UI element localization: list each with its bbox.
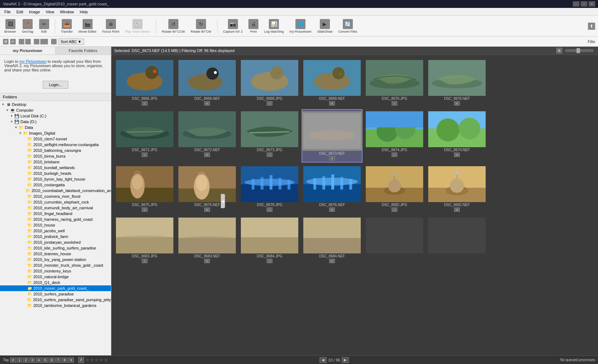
print-button[interactable]: 🖨 Print — [247, 18, 260, 34]
movie-editor-button[interactable]: 🎬 Movie Editor — [77, 18, 98, 34]
folder-item-leannes[interactable]: ▶ 📁 2010_leannes_house — [0, 251, 111, 257]
folder-item-bundall[interactable]: ▶ 📁 2010_bundall_wetlands — [0, 165, 111, 171]
thumbnail-item[interactable]: DSC_8668.NEF N — [302, 58, 363, 108]
nav-next-button[interactable]: ▶ — [342, 357, 349, 363]
folder-item-natural-bridge[interactable]: ▶ 📁 2010_natural-bridge — [0, 274, 111, 280]
thumbnail-item[interactable]: DSC_8676.NEF N — [302, 164, 363, 214]
tag-box-6[interactable]: 6 — [49, 358, 55, 363]
folder-item-house[interactable]: ▶ 📁 2010_house — [0, 222, 111, 228]
tab-favorite-folders[interactable]: Favorite Folders — [56, 47, 111, 55]
folder-item-computer[interactable]: ▼ 💻 Computer — [0, 107, 111, 113]
thumbnail-item[interactable]: DSC_8674.NEF N — [426, 109, 487, 163]
tag-box-3[interactable]: 3 — [29, 358, 35, 363]
star-1[interactable]: ☆ — [85, 358, 89, 363]
star-rating[interactable]: ☆ ☆ ☆ ☆ ☆ — [85, 358, 108, 363]
menu-window[interactable]: Window — [57, 9, 77, 15]
thumbnail-item[interactable]: DSC_8683.NEF N — [177, 215, 238, 265]
thumbnail-item[interactable]: DSC_8666.NEF N — [177, 58, 238, 108]
folder-item-rosser-park[interactable]: ▶ 📁 2010_rosser_park_gold_coast_ — [0, 285, 111, 291]
capture-nx2-button[interactable]: 📷 Capture NX 2 — [222, 18, 244, 34]
thumbnail-item[interactable]: DSC_8684.NEF N — [302, 215, 363, 265]
my-picturetown-button[interactable]: 🌐 my Picturetown — [288, 18, 313, 34]
thumbnail-item[interactable]: DSC_8666.JPG J — [114, 58, 175, 108]
slideshow-button[interactable]: ▶ SlideShow — [316, 18, 334, 34]
star-2[interactable]: ☆ — [90, 358, 94, 363]
folder-item-coomera[interactable]: ▶ 📁 2010_coomera_river_flood — [0, 193, 111, 199]
folder-item-coolangatta[interactable]: ▶ 📁 2010_coolangatta — [0, 182, 111, 188]
folder-item-jindivick[interactable]: ▶ 📁 2010_jindivick_farm — [0, 234, 111, 239]
folder-item-jondaryan[interactable]: ▶ 📁 2010_jondaryan_woolshed — [0, 239, 111, 245]
menu-help[interactable]: Help — [77, 9, 91, 15]
maximize-button[interactable]: □ — [581, 1, 587, 6]
browser-button[interactable]: 🖼 Browser — [3, 18, 18, 34]
tag-box-5[interactable]: 5 — [42, 358, 48, 363]
thumbnail-item[interactable]: DSC_8672.JPG J — [114, 109, 175, 163]
thumbnail-item[interactable]: DSC_8674.JPG J — [364, 109, 425, 163]
folder-item-jacobs-well[interactable]: ▶ 📁 2010_jacobs_well — [0, 228, 111, 234]
tag-box-4[interactable]: 4 — [36, 358, 42, 363]
folder-item-harness[interactable]: ▶ 📁 2010_harness_racing_gold_coast — [0, 216, 111, 222]
picturetown-link[interactable]: my Picturetown — [19, 59, 46, 64]
folder-item-coombabah[interactable]: ▶ 📁 2010_coombabah_lakeland_conservation… — [0, 188, 111, 193]
thumbnail-item[interactable]: DSC_8670.JPG J — [364, 58, 425, 108]
thumbnail-item[interactable]: DSC_8672.NEF N — [177, 109, 238, 163]
folder-item-ballooning[interactable]: ▶ 📁 2010_ballooning_canungra — [0, 148, 111, 153]
folder-item-monterey[interactable]: ▶ 📁 2010_monterey_keys — [0, 268, 111, 274]
thumbnail-item-selected[interactable]: DSC_8673.NEF N — [302, 109, 363, 163]
tag-box-9[interactable]: 9 — [68, 358, 74, 363]
folder-item-byron-bay[interactable]: ▶ 📁 2010_byron_bay_light_house — [0, 176, 111, 182]
folder-item-surfers-paradise[interactable]: ▶ 📁 2010_surfers_paradise — [0, 291, 111, 297]
thumbnail-item[interactable]: DSC_8673.JPG J — [239, 109, 300, 163]
folder-options-button[interactable] — [40, 39, 48, 45]
thumbnail-item[interactable]: DSC_8682.JPG J — [364, 164, 425, 214]
star-3[interactable]: ☆ — [95, 358, 99, 363]
rotate-ccw-button[interactable]: ↺ Rotate 90°CCW — [160, 18, 186, 34]
list-view-button[interactable]: ≡ — [10, 39, 16, 45]
filter-toggle[interactable]: ✗ — [78, 357, 84, 363]
folder-up-button[interactable] — [34, 39, 39, 45]
tab-my-picturetown[interactable]: my Picturetown — [0, 47, 56, 55]
folder-item-data[interactable]: ▼ 📁 Data — [0, 125, 111, 130]
log-matching-button[interactable]: 📊 Log Matching — [263, 18, 285, 34]
nav-prev-button[interactable]: ◀ — [319, 357, 327, 363]
folder-item-drive-c[interactable]: ▼ 💾 Local Disk (C:) — [0, 113, 111, 119]
folder-item-kite-surfing[interactable]: ▶ 📁 2010_kite_surfing_surfers_paradise — [0, 245, 111, 251]
thumbnail-item[interactable]: DSC_8675.NEF N — [177, 164, 238, 214]
menu-file[interactable]: File — [1, 9, 14, 15]
geotag-button[interactable]: 📍 GeoTag — [20, 18, 35, 34]
nav-back-button[interactable] — [19, 39, 24, 45]
folder-item-brisbane[interactable]: ▶ 📁 2010_brisbane — [0, 159, 111, 165]
star-4[interactable]: ☆ — [99, 358, 103, 363]
zoom-thumb[interactable] — [576, 48, 580, 53]
folder-item-monster-truck[interactable]: ▶ 📁 2010_monster_truck_show_gold _coast — [0, 262, 111, 268]
folder-item-loy-yang[interactable]: ▶ 📁 2010_loy_yang_power-station — [0, 257, 111, 262]
minimize-button[interactable]: ─ — [573, 1, 579, 6]
tag-box-0[interactable]: 0 — [10, 358, 16, 363]
login-button[interactable]: Login... — [43, 81, 68, 89]
focus-point-button[interactable]: ⊕ Focus Point — [101, 18, 121, 34]
folder-item-airflight[interactable]: ▶ 📁 2010_airflight-melbourne-coolangatta — [0, 142, 111, 148]
transfer-button[interactable]: 📤 Transfer — [60, 18, 74, 34]
thumbnail-item[interactable]: DSC_8675.JPG J — [114, 164, 175, 214]
folder-item-binna-burra[interactable]: ▶ 📁 2010_binna_burra — [0, 153, 111, 159]
upload-button[interactable]: ⬆ — [588, 23, 595, 30]
edit-button[interactable]: ✏ Edit — [38, 18, 51, 34]
menu-edit[interactable]: Edit — [14, 9, 26, 15]
panel-collapse-button[interactable]: ◀ — [221, 194, 225, 208]
sort-button[interactable]: Sort ABC ▼ — [58, 38, 84, 45]
nav-forward-button[interactable] — [25, 39, 31, 45]
zoom-slider[interactable] — [565, 49, 594, 52]
folder-item-tamborine[interactable]: ▶ 📁 2010_tamborine_botanical_gardens — [0, 303, 111, 308]
thumbnail-item[interactable]: DSC_8670.NEF N — [426, 58, 487, 108]
folder-item-warwick[interactable]: ▶ 📁 2010_warwick_allora_sunflowers — [0, 308, 111, 309]
tag-box-2[interactable]: 2 — [23, 358, 29, 363]
folder-item-desktop[interactable]: ▼ 🖥 Desktop — [0, 102, 111, 107]
copy-button[interactable] — [51, 39, 57, 45]
folder-item-eumundi[interactable]: ▶ 📁 2010_eumundi_body_art_carnival — [0, 205, 111, 211]
folder-item-q1-deck[interactable]: ▶ 📁 2010_Q1_deck — [0, 280, 111, 285]
thumbnail-item[interactable]: DSC_8682.NEF N — [426, 164, 487, 214]
star-5[interactable]: ☆ — [104, 358, 108, 363]
thumbnail-item[interactable]: DSC_8684.JPG J — [239, 215, 300, 265]
close-button[interactable]: ✕ — [589, 1, 595, 6]
folder-item-clem7[interactable]: ▶ 📁 2010_clem7-tunnel — [0, 136, 111, 142]
